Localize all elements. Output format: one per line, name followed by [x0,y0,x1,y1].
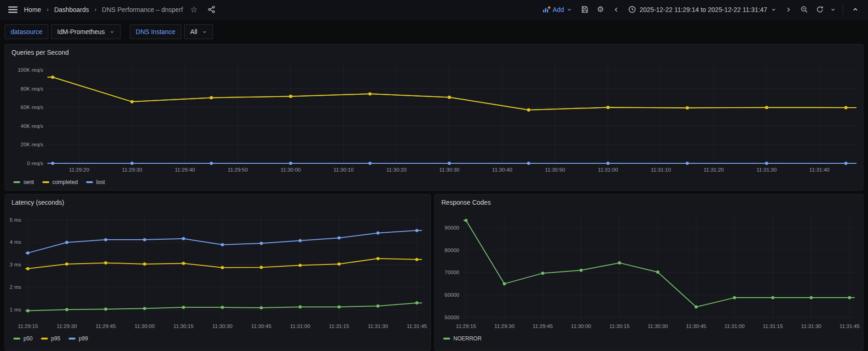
y-axis-label: 4 ms [10,239,21,245]
legend-item-NOERROR[interactable]: NOERROR [443,335,481,342]
chart-latency[interactable]: 1 ms2 ms3 ms4 ms5 ms11:29:1511:29:3011:2… [5,207,430,332]
series-point-NOERROR [848,296,851,299]
series-point-lost [765,162,768,165]
series-point-p99 [104,238,107,242]
time-range-picker[interactable]: 2025-12-22 11:29:14 to 2025-12-22 11:31:… [625,4,779,15]
series-point-NOERROR [618,261,621,265]
series-point-p99 [65,241,69,244]
series-point-p50 [182,306,185,309]
series-point-p95 [299,264,302,267]
navbar-divider [843,5,843,15]
series-point-completed [210,96,213,99]
panel-latency: Latency (seconds) 1 ms2 ms3 ms4 ms5 ms11… [5,194,431,351]
y-axis-label: 50000 [445,315,459,320]
variable-datasource-select[interactable]: IdM-Prometheus [51,24,120,39]
legend-chip [42,181,49,183]
add-panel-button[interactable]: Add [539,4,576,15]
series-point-lost [210,162,213,165]
x-axis-label: 11:31:45 [407,323,427,329]
series-point-NOERROR [771,296,775,299]
save-icon[interactable] [579,3,591,16]
series-point-p50 [221,306,224,309]
time-shift-forward-icon[interactable] [782,3,795,16]
series-point-NOERROR [656,270,660,274]
settings-icon[interactable]: ⚙ [594,3,607,16]
refresh-interval-dropdown[interactable] [829,3,837,16]
y-axis-label: 60000 [445,292,459,298]
legend-chip [13,181,20,183]
series-point-completed [130,100,133,104]
legend-label: p99 [79,335,88,342]
x-axis-label: 11:31:10 [651,167,671,173]
chevron-down-icon [830,7,836,12]
legend-item-lost[interactable]: lost [86,179,105,185]
legend-chip [443,338,450,339]
series-point-lost [527,162,530,165]
variable-datasource-label: datasource [5,24,48,39]
x-axis-label: 11:31:30 [757,167,777,173]
x-axis-label: 11:30:40 [492,167,512,173]
add-label: Add [553,6,564,13]
x-axis-label: 11:31:40 [810,167,830,173]
series-point-p99 [260,242,263,245]
time-shift-back-icon[interactable] [610,3,623,16]
x-axis-label: 11:29:15 [456,323,476,329]
variable-dns-instance-select[interactable]: All [184,24,213,39]
series-line-completed [47,77,856,110]
panel-title[interactable]: Latency (seconds) [5,195,430,207]
zoom-out-icon[interactable] [798,3,810,16]
star-icon[interactable]: ☆ [187,3,200,16]
legend-label: sent [23,179,34,185]
legend-item-completed[interactable]: completed [42,179,78,185]
series-point-completed [448,96,451,99]
x-axis-label: 11:30:00 [571,323,591,329]
breadcrumb-dashboards[interactable]: Dashboards [54,6,89,13]
panel-title[interactable]: Response Codes [435,195,863,207]
x-axis-label: 11:30:45 [251,323,272,329]
series-point-p50 [26,309,29,312]
chart-queries-per-second[interactable]: 0 req/s20K req/s40K req/s60K req/s80K re… [5,58,863,175]
chevron-down-icon [202,29,207,35]
legend-item-sent[interactable]: sent [13,179,34,185]
breadcrumb-current-page: DNS Performance – dnsperf [102,6,183,13]
x-axis-label: 11:30:15 [609,323,630,329]
breadcrumb-home[interactable]: Home [24,6,41,13]
legend-item-p95[interactable]: p95 [41,335,60,342]
legend-item-p50[interactable]: p50 [13,335,33,342]
series-point-p99 [376,231,380,235]
series-point-completed [51,75,54,79]
panel-title[interactable]: Queries per Second [5,45,863,58]
series-point-p50 [104,308,107,311]
series-point-p50 [415,301,418,305]
y-axis-label: 40K req/s [21,123,43,129]
legend-label: p50 [23,335,33,342]
series-point-p99 [182,237,185,240]
series-point-p95 [143,263,146,266]
series-point-completed [607,106,610,109]
refresh-icon[interactable] [813,3,826,16]
legend-label: NOERROR [453,335,481,342]
y-axis-label: 0 req/s [27,161,43,166]
legend-latency: p50p95p99 [5,334,430,342]
legend-response-codes: NOERROR [435,334,863,342]
x-axis-label: 11:29:30 [494,323,515,329]
breadcrumb-separator: › [46,6,49,13]
series-point-p95 [182,262,185,265]
x-axis-label: 11:30:45 [686,323,706,329]
series-point-NOERROR [810,296,813,299]
series-point-completed [686,106,689,109]
series-point-completed [845,106,848,109]
series-point-NOERROR [733,296,736,299]
chart-response-codes[interactable]: 500006000070000800009000011:29:1511:29:3… [435,207,863,332]
menu-icon[interactable] [6,3,19,16]
series-point-p50 [376,305,380,308]
legend-item-p99[interactable]: p99 [69,335,88,342]
legend-label: p95 [51,335,60,342]
panel-row: Latency (seconds) 1 ms2 ms3 ms4 ms5 ms11… [5,194,863,351]
share-icon[interactable] [205,3,218,16]
collapse-navbar-icon[interactable] [849,3,862,16]
series-point-lost [51,162,54,165]
series-point-completed [369,92,372,96]
series-point-p50 [65,308,69,311]
series-point-p99 [26,252,29,255]
